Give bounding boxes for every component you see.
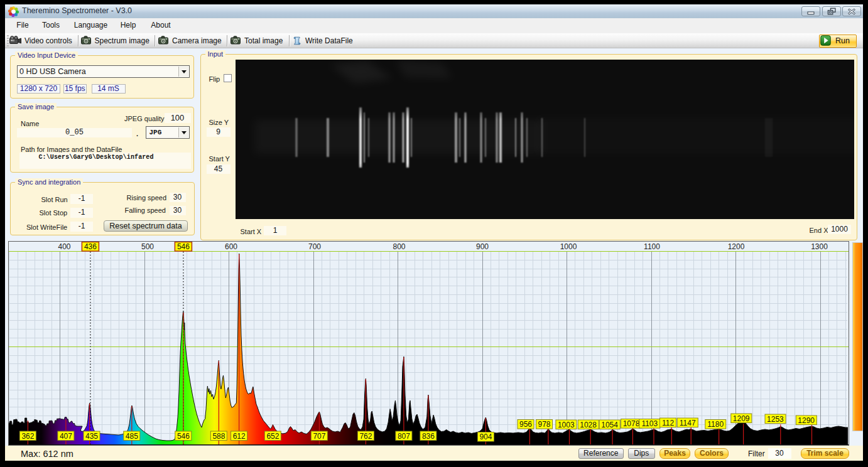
svg-text:1147: 1147 [680, 419, 696, 427]
svg-text:1003: 1003 [558, 421, 575, 429]
svg-text:700: 700 [308, 242, 321, 251]
svg-text:1200: 1200 [728, 242, 745, 251]
svg-text:588: 588 [212, 432, 225, 441]
svg-text:400: 400 [58, 242, 70, 251]
svg-text:546: 546 [177, 242, 190, 251]
svg-text:978: 978 [538, 420, 550, 429]
svg-text:407: 407 [60, 432, 72, 441]
svg-text:707: 707 [313, 432, 325, 441]
svg-text:956: 956 [519, 420, 532, 429]
svg-text:500: 500 [141, 242, 154, 251]
svg-text:762: 762 [359, 432, 372, 441]
svg-text:652: 652 [266, 432, 279, 441]
svg-text:612: 612 [233, 432, 246, 441]
svg-text:435: 435 [85, 432, 98, 441]
svg-text:1000: 1000 [560, 242, 577, 251]
svg-text:1290: 1290 [798, 416, 815, 425]
svg-text:1180: 1180 [707, 420, 724, 429]
svg-text:800: 800 [393, 242, 405, 251]
svg-text:546: 546 [177, 432, 190, 441]
svg-text:485: 485 [126, 432, 138, 441]
svg-text:1103: 1103 [641, 419, 658, 428]
svg-text:1253: 1253 [767, 415, 784, 424]
svg-text:900: 900 [476, 242, 489, 251]
svg-text:836: 836 [422, 432, 435, 441]
svg-text:904: 904 [479, 432, 492, 441]
svg-text:600: 600 [225, 242, 237, 251]
svg-text:1100: 1100 [644, 242, 660, 251]
svg-text:807: 807 [398, 432, 410, 441]
svg-text:1209: 1209 [733, 414, 750, 423]
svg-text:1028: 1028 [580, 421, 597, 429]
svg-text:362: 362 [21, 432, 34, 441]
svg-text:1300: 1300 [811, 242, 828, 251]
svg-text:1054: 1054 [601, 421, 618, 429]
svg-text:1078: 1078 [623, 419, 640, 428]
svg-text:436: 436 [84, 242, 97, 251]
svg-text:112: 112 [662, 419, 674, 427]
